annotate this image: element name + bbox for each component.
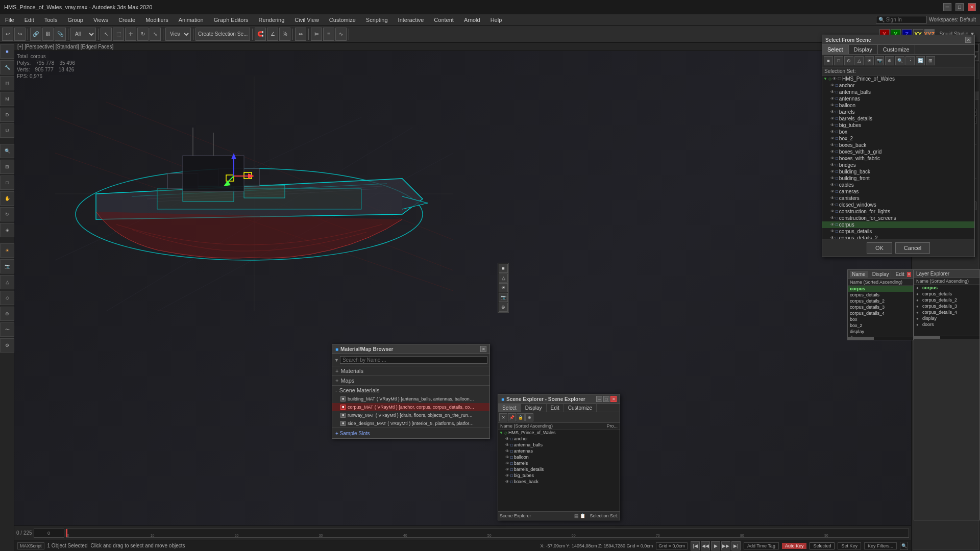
sfs-toolbar-btn-4[interactable]: △ <box>854 56 864 65</box>
sfs-item-root[interactable]: ▼ ◇ 👁 ☐ HMS_Prince_of_Wales <box>822 76 974 82</box>
menu-graph-editors[interactable]: Graph Editors <box>209 14 254 26</box>
sfs-item-antenna-balls[interactable]: 👁 □ antenna_balls <box>822 89 974 95</box>
create-selection-button[interactable]: Create Selection Se... <box>195 28 250 41</box>
se-item-barrels-details[interactable]: 👁 □ barrels_details <box>498 466 620 472</box>
modify-icon[interactable]: 🔧 <box>0 60 14 74</box>
sfs-item-building-front[interactable]: 👁 □ building_front <box>822 175 974 182</box>
sfs-toolbar-btn-7[interactable]: ⊕ <box>885 56 894 65</box>
mb-maps-header[interactable]: + Maps <box>332 376 489 385</box>
nsp-item-corpus[interactable]: corpus <box>848 286 913 292</box>
add-time-tag[interactable]: Add Time Tag <box>744 542 779 549</box>
mb-item-runway[interactable]: ■ runway_MAT ( VRayMtl ) [drain, floors,… <box>332 411 489 419</box>
nsp-tab-display[interactable]: Display <box>870 271 892 278</box>
layer-button[interactable]: ≡ <box>323 28 334 41</box>
le-item-doors[interactable]: ● doors <box>914 321 979 328</box>
menu-file[interactable]: File <box>0 14 19 26</box>
se-tab-select[interactable]: Select <box>498 404 521 412</box>
sfs-item-box[interactable]: 👁 □ box <box>822 129 974 135</box>
le-item-corpus-details[interactable]: ● corpus_details <box>914 291 979 297</box>
sfs-toolbar-btn-2[interactable]: □ <box>834 56 843 65</box>
se-close-button[interactable]: ✕ <box>610 396 617 402</box>
sfs-toolbar-btn-8[interactable]: 🔍 <box>895 56 904 65</box>
select-region-button[interactable]: ⬚ <box>113 28 124 41</box>
sfs-close-button[interactable]: ✕ <box>965 37 971 43</box>
le-scroll-thumb[interactable] <box>914 336 940 339</box>
sfs-ok-button[interactable]: OK <box>867 242 892 254</box>
mb-close-button[interactable]: ✕ <box>480 346 486 352</box>
se-tb-btn-1[interactable]: ✕ <box>499 413 507 421</box>
le-item-corpus-details-2[interactable]: ● corpus_details_2 <box>914 297 979 303</box>
sfs-item-canisters[interactable]: 👁 □ canisters <box>822 195 974 202</box>
light-icon[interactable]: ☀ <box>0 243 14 258</box>
sfs-item-big-tubes[interactable]: 👁 □ big_tubes <box>822 122 974 129</box>
system-icon[interactable]: ⚙ <box>0 338 14 353</box>
sfs-item-antennas[interactable]: 👁 □ antennas <box>822 95 974 102</box>
curve-button[interactable]: ∿ <box>335 28 347 41</box>
sfs-item-cameras[interactable]: 👁 □ cameras <box>822 188 974 195</box>
se-side-btn-4[interactable]: 📷 <box>499 293 508 302</box>
nsp-tab-name[interactable]: Name <box>850 271 868 278</box>
sfs-cancel-button[interactable]: Cancel <box>895 242 930 254</box>
menu-interactive[interactable]: Interactive <box>393 14 429 26</box>
se-side-btn-3[interactable]: ☀ <box>499 283 508 292</box>
sfs-toolbar-btn-1[interactable]: ■ <box>824 56 833 65</box>
sfs-item-building-back[interactable]: 👁 □ building_back <box>822 168 974 175</box>
se-list[interactable]: ▼ ◇ HMS_Prince_of_Wales 👁 □ anchor 👁 □ a… <box>498 430 620 511</box>
le-list[interactable]: ● corpus ● corpus_details ● corpus_detai… <box>914 285 979 336</box>
se-item-barrels[interactable]: 👁 □ barrels <box>498 460 620 466</box>
menu-civil-view[interactable]: Civil View <box>289 14 324 26</box>
minimize-button[interactable]: ─ <box>943 3 951 11</box>
maximize-button[interactable]: □ <box>955 3 964 11</box>
menu-arnold[interactable]: Arnold <box>459 14 485 26</box>
sfs-tab-select[interactable]: Select <box>822 45 849 54</box>
sfs-item-closed-windows[interactable]: 👁 □ closed_windows <box>822 202 974 208</box>
nsp-list[interactable]: corpus corpus_details corpus_details_2 c… <box>848 286 913 337</box>
spacewarp-icon[interactable]: 〜 <box>0 322 14 337</box>
sfs-item-boxes-fabric[interactable]: 👁 □ boxes_with_fabric <box>822 155 974 162</box>
undo-button[interactable]: ↩ <box>2 28 13 41</box>
se-tb-btn-4[interactable]: ⊕ <box>525 413 533 421</box>
next-key-button[interactable]: ▶▶ <box>721 541 730 550</box>
select-button[interactable]: ↖ <box>101 28 112 41</box>
frame-input[interactable]: 0 <box>34 529 64 538</box>
menu-scripting[interactable]: Scripting <box>361 14 393 26</box>
menu-animation[interactable]: Animation <box>174 14 209 26</box>
menu-tools[interactable]: Tools <box>39 14 63 26</box>
redo-button[interactable]: ↪ <box>14 28 26 41</box>
sfs-item-boxes-grid[interactable]: 👁 □ boxes_with_a_grid <box>822 148 974 155</box>
view-selector[interactable]: View <box>165 28 191 41</box>
sfs-item-balloon[interactable]: 👁 □ balloon <box>822 102 974 109</box>
percent-snap[interactable]: % <box>279 28 290 41</box>
sfs-item-barrels-details[interactable]: 👁 □ barrels_details <box>822 115 974 122</box>
motion-icon[interactable]: M <box>0 92 14 106</box>
sfs-item-box2[interactable]: 👁 □ box_2 <box>822 135 974 142</box>
le-item-display[interactable]: ● display <box>914 315 979 321</box>
se-side-btn-2[interactable]: △ <box>499 273 508 283</box>
sfs-toolbar-btn-10[interactable]: 🔄 <box>916 56 925 65</box>
nsp-scroll-thumb[interactable] <box>848 337 874 340</box>
display-icon[interactable]: D <box>0 108 14 122</box>
sfs-tab-customize[interactable]: Customize <box>878 45 915 54</box>
geometry-icon[interactable]: △ <box>0 275 14 289</box>
se-tab-customize[interactable]: Customize <box>564 404 597 412</box>
sfs-toolbar-btn-3[interactable]: ⊙ <box>844 56 853 65</box>
se-tb-btn-2[interactable]: 📌 <box>508 413 516 421</box>
sfs-toolbar-btn-9[interactable]: ⋮ <box>905 56 915 65</box>
se-item-antennas[interactable]: 👁 □ antennas <box>498 448 620 454</box>
snap-toggle[interactable]: 🧲 <box>255 28 266 41</box>
pan-icon[interactable]: ✋ <box>0 191 14 206</box>
le-item-corpus-details-3[interactable]: ● corpus_details_3 <box>914 303 979 309</box>
zoom-icon[interactable]: 🔍 <box>0 144 14 158</box>
sfs-list[interactable]: ▼ ◇ 👁 ☐ HMS_Prince_of_Wales 👁 □ anchor 👁… <box>822 76 974 239</box>
sfs-item-boxes-back[interactable]: 👁 □ boxes_back <box>822 142 974 148</box>
prev-frame-button[interactable]: |◀ <box>691 541 700 550</box>
se-tab-edit[interactable]: Edit <box>547 404 564 412</box>
mb-item-building[interactable]: ■ building_MAT ( VRayMtl ) [antenna_ball… <box>332 395 489 403</box>
sfs-toolbar-btn-5[interactable]: ☀ <box>865 56 874 65</box>
menu-group[interactable]: Group <box>62 14 88 26</box>
align-button[interactable]: ⊨ <box>311 28 322 41</box>
scale-button[interactable]: ⤡ <box>150 28 161 41</box>
mb-item-side-designs[interactable]: ■ side_designs_MAT ( VRayMtl ) [Interior… <box>332 419 489 428</box>
nsp-close-button[interactable]: ✕ <box>907 272 911 277</box>
camera-icon[interactable]: 📷 <box>0 259 14 273</box>
